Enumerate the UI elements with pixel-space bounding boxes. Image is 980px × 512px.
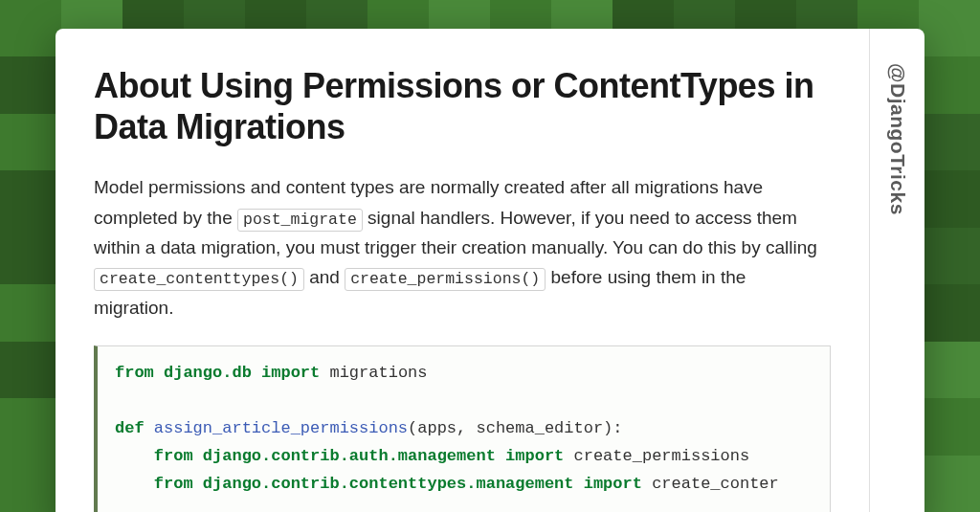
code-kw-from: from [115,364,154,382]
code-ident: migrations [329,364,427,382]
code-ident: create_conter [652,475,779,493]
sidebar: @DjangoTricks [869,29,924,512]
code-kw-import: import [261,364,320,382]
code-module: django.contrib.auth.management [203,447,496,465]
article-title: About Using Permissions or ContentTypes … [94,65,831,147]
code-kw-def: def [115,419,145,437]
code-kw-from: from [154,447,193,465]
article-body: Model permissions and content types are … [94,172,831,323]
code-module: django.db [164,364,252,382]
inline-code-create-permissions: create_permissions() [345,268,546,291]
code-ident: create_permissions [574,447,750,465]
inline-code-post-migrate: post_migrate [237,209,363,232]
code-fn-name: assign_article_permissions [154,419,408,437]
code-module: django.contrib.contenttypes.management [203,475,574,493]
code-kw-import: import [505,447,564,465]
author-handle: @DjangoTricks [886,63,909,215]
article-main: About Using Permissions or ContentTypes … [56,29,869,512]
body-text-3: and [304,267,345,287]
code-kw-import: import [584,475,642,493]
code-block: from django.db import migrations def ass… [94,345,831,512]
code-kw-from: from [154,475,193,493]
code-args: (apps, schema_editor): [408,419,622,437]
article-card: About Using Permissions or ContentTypes … [56,29,924,512]
inline-code-create-contenttypes: create_contenttypes() [94,268,304,291]
